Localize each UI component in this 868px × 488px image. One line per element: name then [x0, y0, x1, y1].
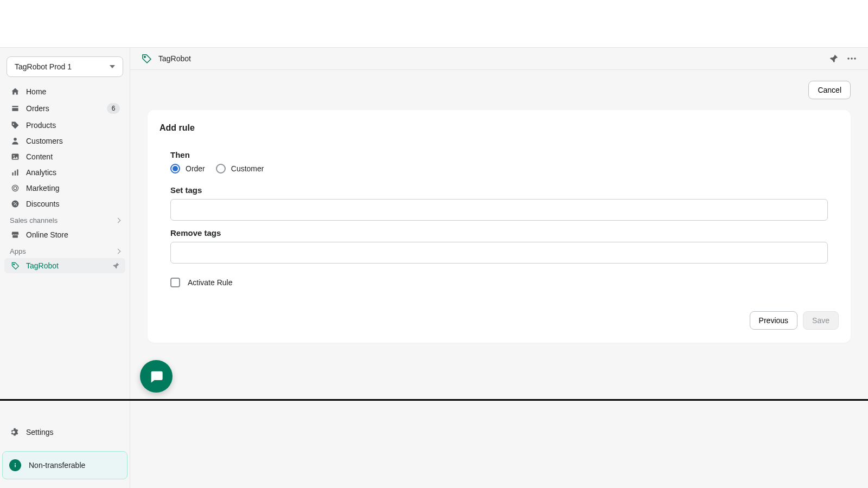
svg-rect-13: [15, 465, 15, 467]
nav-label: Orders: [26, 104, 107, 113]
sidebar: TagRobot Prod 1 Home Orders 6 Products C…: [0, 48, 130, 488]
nav-label: TagRobot: [26, 261, 112, 270]
svg-point-10: [16, 204, 17, 206]
svg-point-2: [13, 155, 14, 156]
add-rule-card: Add rule Then Order Customer Set tags Re…: [148, 110, 851, 343]
info-icon: [9, 459, 21, 471]
image-icon: [10, 152, 21, 161]
set-tags-input[interactable]: [170, 199, 828, 221]
nav-label: Analytics: [26, 168, 120, 177]
nav-orders[interactable]: Orders 6: [4, 100, 125, 117]
app-header: TagRobot: [130, 48, 868, 70]
non-transferable-banner[interactable]: Non-transferable: [2, 451, 127, 479]
svg-point-11: [14, 264, 15, 265]
store-name: TagRobot Prod 1: [15, 62, 72, 71]
svg-rect-5: [17, 169, 18, 175]
save-button[interactable]: Save: [803, 311, 839, 330]
nav-customers[interactable]: Customers: [4, 133, 125, 149]
nav-label: Marketing: [26, 184, 120, 192]
app-name: TagRobot: [158, 54, 821, 63]
svg-point-0: [14, 138, 17, 141]
svg-point-9: [14, 202, 15, 203]
radio-order[interactable]: Order: [170, 164, 205, 174]
gear-icon: [10, 427, 21, 437]
store-selector[interactable]: TagRobot Prod 1: [7, 56, 123, 77]
activate-rule-checkbox[interactable]: Activate Rule: [170, 278, 828, 287]
more-button[interactable]: [846, 53, 857, 64]
pin-button[interactable]: [829, 54, 839, 63]
nav-label: Online Store: [26, 230, 120, 239]
inbox-icon: [10, 104, 21, 113]
caret-down-icon: [110, 65, 115, 68]
remove-tags-label: Remove tags: [170, 228, 828, 237]
chat-icon: [149, 369, 164, 384]
chevron-right-icon: [116, 218, 121, 223]
settings-label: Settings: [26, 428, 54, 436]
then-heading: Then: [170, 150, 828, 159]
tag-icon: [10, 121, 21, 130]
nav-app-tagrobot[interactable]: TagRobot: [4, 258, 125, 273]
apps-section[interactable]: Apps: [4, 243, 125, 258]
nav-label: Content: [26, 152, 120, 161]
nav-label: Customers: [26, 137, 120, 145]
remove-tags-input[interactable]: [170, 242, 828, 264]
card-title: Add rule: [148, 123, 851, 150]
nav-analytics[interactable]: Analytics: [4, 165, 125, 180]
radio-label: Customer: [231, 164, 264, 173]
nav-label: Products: [26, 121, 120, 130]
nav-content[interactable]: Content: [4, 149, 125, 164]
radio-icon: [170, 164, 180, 174]
tag-icon: [10, 261, 21, 270]
main-nav: Home Orders 6 Products Customers Content: [4, 84, 125, 212]
cancel-button[interactable]: Cancel: [808, 81, 851, 99]
orders-badge: 6: [107, 103, 120, 114]
section-label: Sales channels: [10, 216, 58, 224]
set-tags-label: Set tags: [170, 185, 828, 195]
svg-point-16: [851, 57, 853, 60]
bars-icon: [10, 168, 21, 177]
nav-online-store[interactable]: Online Store: [4, 227, 125, 242]
svg-point-15: [847, 57, 850, 60]
previous-button[interactable]: Previous: [750, 311, 797, 330]
nav-marketing[interactable]: Marketing: [4, 181, 125, 196]
svg-rect-4: [15, 171, 16, 176]
nav-settings[interactable]: Settings: [4, 423, 125, 441]
percent-icon: [10, 200, 21, 208]
target-icon: [10, 184, 21, 192]
section-label: Apps: [10, 247, 26, 255]
svg-point-6: [12, 185, 18, 191]
person-icon: [10, 137, 21, 145]
svg-rect-3: [12, 172, 13, 176]
nav-label: Home: [26, 87, 120, 96]
store-icon: [10, 230, 21, 239]
nav-home[interactable]: Home: [4, 84, 125, 99]
radio-label: Order: [186, 164, 205, 173]
svg-point-7: [14, 187, 17, 190]
sales-channels-section[interactable]: Sales channels: [4, 212, 125, 227]
chevron-right-icon: [116, 249, 121, 254]
pin-icon[interactable]: [112, 262, 120, 269]
svg-point-12: [15, 463, 16, 464]
divider: [0, 399, 868, 401]
svg-point-17: [854, 57, 856, 60]
svg-point-14: [144, 56, 145, 57]
tag-icon: [141, 53, 152, 64]
nav-discounts[interactable]: Discounts: [4, 196, 125, 211]
main-content: TagRobot Cancel Add rule Then Order Cust…: [130, 48, 868, 488]
chat-fab[interactable]: [140, 360, 173, 393]
radio-customer[interactable]: Customer: [216, 164, 264, 174]
home-icon: [10, 87, 21, 96]
banner-label: Non-transferable: [29, 461, 85, 470]
radio-icon: [216, 164, 226, 174]
nav-label: Discounts: [26, 200, 120, 208]
checkbox-label: Activate Rule: [188, 278, 232, 287]
checkbox-icon: [170, 278, 180, 287]
nav-products[interactable]: Products: [4, 118, 125, 133]
